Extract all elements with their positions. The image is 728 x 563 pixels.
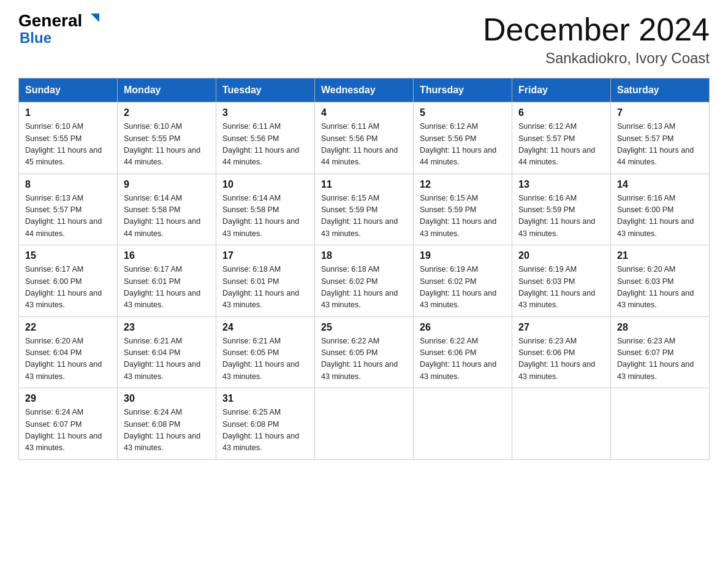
day-info: Sunrise: 6:17 AMSunset: 6:00 PMDaylight:…	[25, 264, 111, 312]
calendar-cell: 16Sunrise: 6:17 AMSunset: 6:01 PMDayligh…	[118, 245, 216, 317]
day-info: Sunrise: 6:22 AMSunset: 6:06 PMDaylight:…	[420, 335, 506, 383]
day-number: 11	[321, 179, 407, 190]
calendar-cell: 10Sunrise: 6:14 AMSunset: 5:58 PMDayligh…	[216, 174, 315, 245]
calendar-cell: 1Sunrise: 6:10 AMSunset: 5:55 PMDaylight…	[19, 102, 118, 174]
title-section: December 2024 Sankadiokro, Ivory Coast	[483, 12, 710, 67]
calendar-cell: 28Sunrise: 6:23 AMSunset: 6:07 PMDayligh…	[611, 316, 710, 388]
calendar-week-row: 22Sunrise: 6:20 AMSunset: 6:04 PMDayligh…	[19, 316, 710, 388]
calendar-cell: 14Sunrise: 6:16 AMSunset: 6:00 PMDayligh…	[611, 174, 710, 245]
day-number: 1	[25, 107, 111, 118]
day-info: Sunrise: 6:13 AMSunset: 5:57 PMDaylight:…	[617, 121, 703, 169]
day-info: Sunrise: 6:20 AMSunset: 6:03 PMDaylight:…	[617, 264, 703, 312]
calendar-table: SundayMondayTuesdayWednesdayThursdayFrid…	[18, 78, 710, 460]
day-number: 26	[420, 322, 506, 333]
calendar-cell	[414, 388, 512, 460]
day-number: 24	[222, 322, 308, 333]
day-info: Sunrise: 6:16 AMSunset: 6:00 PMDaylight:…	[617, 193, 703, 240]
day-number: 15	[25, 250, 111, 261]
day-info: Sunrise: 6:20 AMSunset: 6:04 PMDaylight:…	[25, 335, 111, 383]
day-number: 31	[222, 393, 308, 404]
day-number: 5	[420, 107, 506, 118]
month-title: December 2024	[483, 12, 710, 47]
day-info: Sunrise: 6:18 AMSunset: 6:01 PMDaylight:…	[222, 264, 308, 312]
day-number: 13	[518, 179, 604, 190]
calendar-cell	[611, 388, 710, 460]
header-friday: Friday	[512, 79, 611, 102]
day-info: Sunrise: 6:18 AMSunset: 6:02 PMDaylight:…	[321, 264, 407, 312]
day-number: 18	[321, 250, 407, 261]
day-number: 27	[518, 322, 604, 333]
day-number: 30	[124, 393, 210, 404]
header-thursday: Thursday	[414, 79, 512, 102]
svg-marker-0	[91, 13, 99, 22]
logo-triangle-icon	[89, 12, 100, 23]
day-number: 6	[518, 107, 604, 118]
calendar-cell: 11Sunrise: 6:15 AMSunset: 5:59 PMDayligh…	[315, 174, 414, 245]
day-info: Sunrise: 6:15 AMSunset: 5:59 PMDaylight:…	[321, 193, 407, 240]
header-saturday: Saturday	[611, 79, 710, 102]
logo: General Blue	[18, 12, 100, 47]
day-info: Sunrise: 6:16 AMSunset: 5:59 PMDaylight:…	[518, 193, 604, 240]
calendar-cell: 3Sunrise: 6:11 AMSunset: 5:56 PMDaylight…	[216, 102, 315, 174]
day-number: 19	[420, 250, 506, 261]
header-tuesday: Tuesday	[216, 79, 315, 102]
day-number: 4	[321, 107, 407, 118]
day-number: 28	[617, 322, 703, 333]
day-info: Sunrise: 6:22 AMSunset: 6:05 PMDaylight:…	[321, 335, 407, 383]
calendar-cell: 27Sunrise: 6:23 AMSunset: 6:06 PMDayligh…	[512, 316, 611, 388]
day-number: 17	[222, 250, 308, 261]
calendar-cell: 23Sunrise: 6:21 AMSunset: 6:04 PMDayligh…	[118, 316, 216, 388]
day-info: Sunrise: 6:24 AMSunset: 6:07 PMDaylight:…	[25, 407, 111, 454]
header-wednesday: Wednesday	[315, 79, 414, 102]
calendar-header-row: SundayMondayTuesdayWednesdayThursdayFrid…	[19, 79, 710, 102]
day-number: 12	[420, 179, 506, 190]
day-number: 3	[222, 107, 308, 118]
calendar-cell: 29Sunrise: 6:24 AMSunset: 6:07 PMDayligh…	[19, 388, 118, 460]
day-number: 20	[518, 250, 604, 261]
day-info: Sunrise: 6:23 AMSunset: 6:07 PMDaylight:…	[617, 335, 703, 383]
calendar-week-row: 15Sunrise: 6:17 AMSunset: 6:00 PMDayligh…	[19, 245, 710, 317]
logo-blue-text: Blue	[20, 29, 51, 47]
calendar-cell: 18Sunrise: 6:18 AMSunset: 6:02 PMDayligh…	[315, 245, 414, 317]
calendar-cell: 25Sunrise: 6:22 AMSunset: 6:05 PMDayligh…	[315, 316, 414, 388]
day-info: Sunrise: 6:13 AMSunset: 5:57 PMDaylight:…	[25, 193, 111, 240]
calendar-cell: 31Sunrise: 6:25 AMSunset: 6:08 PMDayligh…	[216, 388, 315, 460]
day-info: Sunrise: 6:24 AMSunset: 6:08 PMDaylight:…	[124, 407, 210, 454]
calendar-cell: 12Sunrise: 6:15 AMSunset: 5:59 PMDayligh…	[414, 174, 512, 245]
calendar-cell: 9Sunrise: 6:14 AMSunset: 5:58 PMDaylight…	[118, 174, 216, 245]
day-info: Sunrise: 6:12 AMSunset: 5:56 PMDaylight:…	[420, 121, 506, 169]
calendar-cell: 17Sunrise: 6:18 AMSunset: 6:01 PMDayligh…	[216, 245, 315, 317]
day-info: Sunrise: 6:14 AMSunset: 5:58 PMDaylight:…	[124, 193, 210, 240]
day-info: Sunrise: 6:25 AMSunset: 6:08 PMDaylight:…	[222, 407, 308, 454]
day-number: 22	[25, 322, 111, 333]
header-sunday: Sunday	[19, 79, 118, 102]
logo-general-text: General	[18, 12, 88, 29]
day-info: Sunrise: 6:11 AMSunset: 5:56 PMDaylight:…	[321, 121, 407, 169]
day-number: 14	[617, 179, 703, 190]
day-info: Sunrise: 6:15 AMSunset: 5:59 PMDaylight:…	[420, 193, 506, 240]
day-number: 10	[222, 179, 308, 190]
calendar-cell: 5Sunrise: 6:12 AMSunset: 5:56 PMDaylight…	[414, 102, 512, 174]
calendar-cell: 8Sunrise: 6:13 AMSunset: 5:57 PMDaylight…	[19, 174, 118, 245]
calendar-cell: 22Sunrise: 6:20 AMSunset: 6:04 PMDayligh…	[19, 316, 118, 388]
day-info: Sunrise: 6:11 AMSunset: 5:56 PMDaylight:…	[222, 121, 308, 169]
calendar-cell: 21Sunrise: 6:20 AMSunset: 6:03 PMDayligh…	[611, 245, 710, 317]
day-info: Sunrise: 6:23 AMSunset: 6:06 PMDaylight:…	[518, 335, 604, 383]
calendar-cell: 2Sunrise: 6:10 AMSunset: 5:55 PMDaylight…	[118, 102, 216, 174]
calendar-cell: 15Sunrise: 6:17 AMSunset: 6:00 PMDayligh…	[19, 245, 118, 317]
calendar-cell: 26Sunrise: 6:22 AMSunset: 6:06 PMDayligh…	[414, 316, 512, 388]
day-number: 29	[25, 393, 111, 404]
calendar-cell: 24Sunrise: 6:21 AMSunset: 6:05 PMDayligh…	[216, 316, 315, 388]
day-number: 23	[124, 322, 210, 333]
location-title: Sankadiokro, Ivory Coast	[483, 50, 710, 67]
calendar-cell: 20Sunrise: 6:19 AMSunset: 6:03 PMDayligh…	[512, 245, 611, 317]
day-number: 8	[25, 179, 111, 190]
calendar-week-row: 1Sunrise: 6:10 AMSunset: 5:55 PMDaylight…	[19, 102, 710, 174]
day-info: Sunrise: 6:17 AMSunset: 6:01 PMDaylight:…	[124, 264, 210, 312]
day-info: Sunrise: 6:21 AMSunset: 6:05 PMDaylight:…	[222, 335, 308, 383]
calendar-cell	[512, 388, 611, 460]
calendar-cell: 6Sunrise: 6:12 AMSunset: 5:57 PMDaylight…	[512, 102, 611, 174]
day-info: Sunrise: 6:19 AMSunset: 6:03 PMDaylight:…	[518, 264, 604, 312]
calendar-cell: 4Sunrise: 6:11 AMSunset: 5:56 PMDaylight…	[315, 102, 414, 174]
day-info: Sunrise: 6:21 AMSunset: 6:04 PMDaylight:…	[124, 335, 210, 383]
